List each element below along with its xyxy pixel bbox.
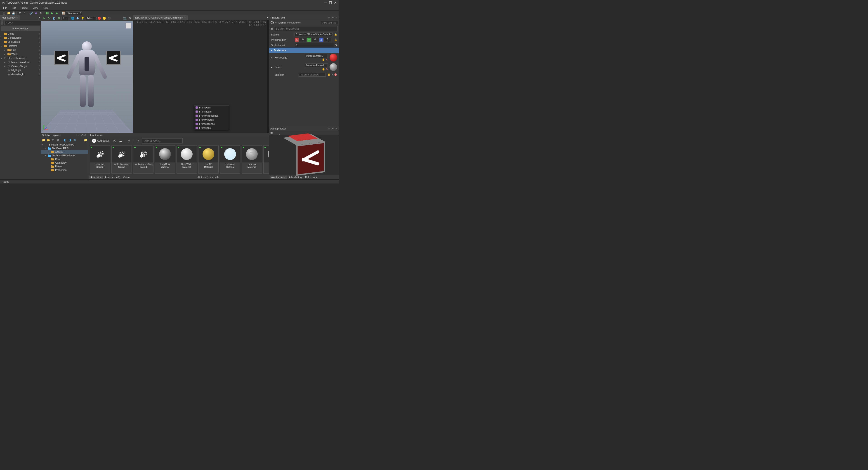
property-search-input[interactable] (274, 26, 338, 31)
folder-new-icon[interactable]: 📁 (41, 138, 45, 142)
dropdown-icon[interactable]: ▾ (327, 16, 331, 19)
close-button[interactable]: ✕ (334, 1, 337, 4)
translate-gizmo-icon[interactable]: ✥ (41, 16, 46, 21)
completion-item[interactable]: FromMilliseconds (194, 114, 229, 118)
play-debug-icon[interactable]: ▶ (55, 11, 59, 15)
tree-item[interactable]: ▸CameraTarget⁝ (0, 64, 41, 68)
asset-card[interactable]: coin_getSound (90, 146, 110, 174)
tree-item[interactable]: ▾Platform⁝ (0, 44, 41, 48)
play-icon[interactable]: ▶ (50, 11, 54, 15)
expand-icon[interactable]: ◨ (68, 138, 71, 142)
redo-icon[interactable]: ↷ (23, 11, 27, 15)
sphere2-icon[interactable]: 🟡 (102, 16, 106, 21)
tree-item-menu-icon[interactable]: ⁝ (39, 53, 40, 56)
grid-icon[interactable]: ▦ (271, 27, 273, 30)
folder-add-icon[interactable]: 📁 (84, 138, 87, 142)
settings-icon[interactable]: ⚙ (127, 16, 132, 21)
close-icon[interactable]: ✕ (335, 127, 338, 130)
completion-item[interactable]: FromHours (194, 109, 229, 114)
hand-icon[interactable]: ✋ (328, 73, 331, 76)
tree-item-menu-icon[interactable]: ⁝ (39, 44, 40, 48)
tree-arrow-icon[interactable]: ▾ (41, 144, 44, 146)
nav-cube-icon[interactable] (126, 23, 131, 29)
chevron-right-icon[interactable]: ▸ (271, 66, 273, 69)
save-icon[interactable]: 💾 (11, 11, 16, 15)
tree-item[interactable]: ▸Coins⁝ (0, 32, 41, 36)
hand-icon[interactable]: ✋ (322, 58, 325, 61)
picker-icon[interactable]: 🎯 (334, 73, 337, 76)
snap-icon[interactable]: ⊞ (57, 16, 61, 21)
add-tag-button[interactable]: Add new tag (321, 21, 338, 24)
tree-arrow-icon[interactable]: ▸ (4, 61, 7, 63)
menu-file[interactable]: File (1, 6, 9, 10)
stepper-icon[interactable]: ⇅ (335, 43, 337, 46)
viewport-3d[interactable] (41, 21, 133, 133)
delete-icon[interactable]: 🗑 (57, 138, 60, 142)
tree-arrow-icon[interactable]: ▸ (48, 151, 50, 153)
link-icon[interactable]: 🔗 (29, 11, 33, 15)
tree-item[interactable]: ▸GlobalLights⁝ (0, 36, 41, 40)
tree-item-menu-icon[interactable]: ⁝ (39, 61, 40, 64)
tree-item[interactable]: ▸Grid⁝ (0, 48, 41, 52)
menu-project[interactable]: Project (18, 6, 31, 10)
scene-settings-button[interactable]: Scene settings (1, 26, 40, 31)
close-icon[interactable]: ✕ (84, 133, 87, 137)
asset-card[interactable]: BodyGrayMaterial (155, 146, 175, 174)
sphere3-icon[interactable]: ⚫ (107, 16, 112, 21)
eye-icon[interactable]: 👁 (136, 139, 140, 143)
open-icon[interactable]: 📁 (6, 11, 11, 15)
materials-section-header[interactable]: ▾ Materials (269, 48, 339, 53)
lock-icon[interactable]: 🔒 (334, 38, 337, 41)
tree-item-menu-icon[interactable]: ⁝ (39, 65, 40, 68)
player-character[interactable] (70, 41, 104, 114)
solution-item[interactable]: Core (41, 157, 88, 161)
asset-filter-input[interactable] (142, 138, 183, 144)
preview-viewport[interactable] (269, 135, 339, 175)
tree-item-menu-icon[interactable]: ⁝ (39, 57, 40, 60)
close-icon[interactable]: ✕ (184, 16, 186, 19)
footer-tab[interactable]: Output (122, 176, 131, 179)
tree-arrow-icon[interactable]: ▾ (45, 155, 47, 157)
tree-item[interactable]: ▸MannequinModel⁝ (0, 60, 41, 64)
tree-item-menu-icon[interactable]: ⁝ (39, 36, 40, 39)
solution-item[interactable]: ▾TopDownRPG.Game (41, 154, 88, 157)
scene-filter-input[interactable] (4, 21, 46, 25)
viewport-mode-combo[interactable]: Editor (85, 17, 96, 20)
asset-card[interactable]: BodyWhiteMaterial (177, 146, 197, 174)
tree-item[interactable]: Highlight⁝ (0, 68, 41, 72)
tree-arrow-icon[interactable]: ▸ (4, 53, 7, 55)
asset-card[interactable]: crate_breakingSound (112, 146, 132, 174)
hand-icon[interactable]: ✋ (322, 68, 325, 71)
pivot-z-input[interactable]: 0 (323, 38, 331, 42)
edit-icon[interactable]: ✎ (326, 68, 328, 71)
tree-arrow-icon[interactable]: ▸ (4, 49, 7, 51)
tree-item-menu-icon[interactable]: ⁝ (39, 32, 40, 35)
pin-icon[interactable] (331, 16, 334, 19)
minimize-button[interactable]: — (324, 1, 327, 4)
cloud-icon[interactable]: ☁ (119, 139, 123, 143)
tree-item[interactable]: ▸LootCrates⁝ (0, 40, 41, 44)
platform-combo[interactable]: Windows (66, 11, 82, 15)
menu-edit[interactable]: Edit (9, 6, 18, 10)
folder-open-icon[interactable]: 📂 (46, 138, 50, 142)
asset-card[interactable]: FrameAMaterial (242, 146, 262, 174)
completion-item[interactable]: FromSeconds (194, 122, 229, 126)
crate-entity[interactable] (106, 51, 121, 65)
close-icon[interactable]: ✕ (335, 16, 338, 19)
tree-item-menu-icon[interactable]: ⁝ (39, 49, 40, 52)
crate-entity[interactable] (54, 51, 69, 65)
code-tab[interactable]: TopDownRPG.Game/Gameplay/CoinScript* ✕ (133, 15, 188, 20)
add-asset-button[interactable]: + Add asset (90, 138, 111, 144)
collapse-icon[interactable]: ◧ (63, 138, 66, 142)
rotate-gizmo-icon[interactable]: ⟳ (46, 16, 51, 21)
tree-arrow-icon[interactable]: ▸ (1, 37, 3, 39)
solution-item[interactable]: Gameplay (41, 161, 88, 164)
tree-item-menu-icon[interactable]: ⁝ (39, 73, 40, 76)
sphere1-icon[interactable]: 🔴 (97, 16, 101, 21)
pin-icon[interactable] (80, 133, 83, 137)
tree-item-menu-icon[interactable]: ⁝ (39, 40, 40, 43)
asset-card[interactable]: coinC2Material (198, 146, 219, 174)
camera-icon[interactable]: 📷 (123, 16, 127, 21)
tree-arrow-icon[interactable]: ▾ (45, 147, 47, 149)
snap-combo[interactable]: 1 (61, 17, 68, 20)
